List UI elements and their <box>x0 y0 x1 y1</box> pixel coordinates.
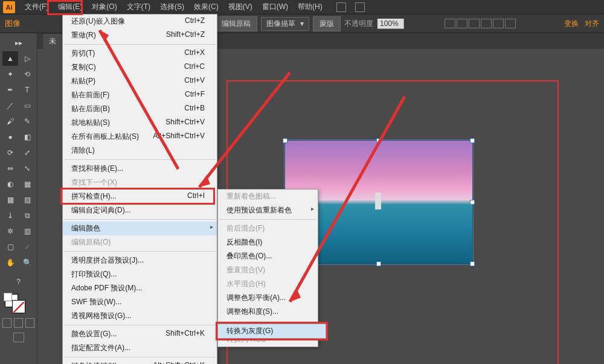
tool-line[interactable]: ／ <box>2 98 18 113</box>
document-tab[interactable]: 未 <box>42 33 63 49</box>
menu-edit[interactable]: 编辑(E) <box>53 0 87 14</box>
selection-handle[interactable] <box>470 138 475 143</box>
menu-type[interactable]: 文字(T) <box>122 0 155 14</box>
tool-eyedropper[interactable]: ⤓ <box>2 208 18 223</box>
tool-hand[interactable]: ✋ <box>2 255 18 270</box>
opacity-input[interactable] <box>377 18 404 29</box>
align-link[interactable]: 对齐 <box>585 19 599 29</box>
edit-menu-item-0[interactable]: 还原(U)嵌入图像Ctrl+Z <box>63 14 217 28</box>
tool-tab-handle[interactable]: ▸▸ <box>11 36 27 50</box>
tool-pen[interactable]: ✒ <box>2 83 18 97</box>
edit-menu-item-24[interactable]: 透视网格预设(G)... <box>63 309 217 323</box>
edit-menu-item-12[interactable]: 查找和替换(E)... <box>63 162 217 176</box>
menu-file[interactable]: 文件(F) <box>20 0 53 14</box>
edit-color-item-8[interactable]: 调整色彩平衡(A)... <box>218 291 318 305</box>
selection-handle[interactable] <box>376 138 381 143</box>
align-hcenter-icon[interactable] <box>457 19 467 28</box>
tool-question[interactable]: ? <box>11 275 27 289</box>
tool-lasso[interactable]: ⟲ <box>19 67 35 81</box>
tool-mesh[interactable]: ▩ <box>2 193 18 207</box>
align-vcenter-icon[interactable] <box>493 19 504 28</box>
align-bottom-icon[interactable] <box>505 19 516 28</box>
selection-handle[interactable] <box>283 138 288 143</box>
edit-menu-item-4[interactable]: 复制(C)Ctrl+C <box>63 60 217 74</box>
edit-menu-item-9[interactable]: 在所有画板上粘贴(S)Alt+Shift+Ctrl+V <box>63 130 217 144</box>
menu-effect[interactable]: 效果(C) <box>189 0 223 14</box>
tool-eraser[interactable]: ◧ <box>19 130 35 144</box>
tool-gradient[interactable]: ▨ <box>19 193 35 207</box>
tool-free-transform[interactable]: ⤡ <box>19 161 35 176</box>
menu-help[interactable]: 帮助(H) <box>293 0 327 14</box>
menu-window[interactable]: 窗口(W) <box>257 0 293 14</box>
edit-color-item-9[interactable]: 调整饱和度(S)... <box>218 305 318 319</box>
edit-menu-dropdown: 还原(U)嵌入图像Ctrl+Z重做(R)Shift+Ctrl+Z剪切(T)Ctr… <box>62 14 217 364</box>
align-top-icon[interactable] <box>481 19 492 28</box>
edit-original-button[interactable]: 编辑原稿 <box>215 16 257 31</box>
tool-grid: ▸▸ ▲ ▷ ✦ ⟲ ✒ T ／ ▭ 🖌 ✎ ● ◧ ⟳ ⤢ ⇔ ⤡ ◐ ▦ ▩… <box>0 33 37 272</box>
edit-menu-item-20[interactable]: 透明度拼合器预设(J)... <box>63 254 217 267</box>
edit-menu-item-27[interactable]: 指定配置文件(A)... <box>63 341 217 355</box>
tool-blob-brush[interactable]: ● <box>2 130 18 144</box>
tool-rotate[interactable]: ⟳ <box>2 145 18 160</box>
menu-view[interactable]: 视图(V) <box>223 0 257 14</box>
transform-link[interactable]: 变换 <box>564 19 579 29</box>
edit-menu-item-26[interactable]: 颜色设置(G)...Shift+Ctrl+K <box>63 327 217 341</box>
tool-rectangle[interactable]: ▭ <box>19 98 35 113</box>
align-right-icon[interactable] <box>469 19 480 28</box>
menuitem-convert-grayscale[interactable]: 转换为灰度(G) <box>218 324 326 338</box>
edit-menu-item-6[interactable]: 贴在前面(F)Ctrl+F <box>63 88 217 102</box>
edit-menu-item-14[interactable]: 拼写检查(H)...Ctrl+I <box>63 190 217 203</box>
edit-menu-item-17[interactable]: 编辑颜色 <box>63 222 217 235</box>
draw-behind-icon[interactable] <box>14 318 23 328</box>
edit-menu-item-5[interactable]: 粘贴(P)Ctrl+V <box>63 74 217 88</box>
tool-perspective[interactable]: ▦ <box>19 177 35 191</box>
tool-artboard[interactable]: ▢ <box>2 240 18 254</box>
menu-select[interactable]: 选择(S) <box>155 0 189 14</box>
color-swatches[interactable] <box>0 292 37 316</box>
tool-blend[interactable]: ⧉ <box>19 208 35 223</box>
tool-type[interactable]: T <box>19 83 35 97</box>
annotation-highlight-grayscale: 转换为灰度(G) <box>216 322 328 340</box>
edit-color-item-5[interactable]: 叠印黑色(O)... <box>218 249 318 263</box>
edit-menu-item-10[interactable]: 清除(L) <box>63 144 217 158</box>
edit-menu-item-29[interactable]: 键盘快捷键(K)...Alt+Shift+Ctrl+K <box>63 359 217 364</box>
tool-width[interactable]: ⇔ <box>2 161 18 176</box>
image-trace-dropdown[interactable]: 图像描草▾ <box>261 17 309 31</box>
tool-paintbrush[interactable]: 🖌 <box>2 114 18 129</box>
edit-color-item-4[interactable]: 反相颜色(I) <box>218 235 318 249</box>
tool-selection[interactable]: ▲ <box>2 51 18 66</box>
arrange-icon[interactable] <box>355 2 365 12</box>
edit-menu-item-22[interactable]: Adobe PDF 预设(M)... <box>63 281 217 295</box>
edit-menu-item-21[interactable]: 打印预设(Q)... <box>63 267 217 281</box>
edit-menu-item-15[interactable]: 编辑自定词典(D)... <box>63 203 217 217</box>
edit-menu-item-7[interactable]: 贴在后面(B)Ctrl+B <box>63 102 217 116</box>
tool-shape-builder[interactable]: ◐ <box>2 177 18 191</box>
tool-graph[interactable]: ▥ <box>19 224 35 238</box>
edit-menu-item-8[interactable]: 就地粘贴(S)Shift+Ctrl+V <box>63 116 217 130</box>
edit-menu-item-23[interactable]: SWF 预设(W)... <box>63 295 217 309</box>
tool-slice[interactable]: ⟋ <box>19 240 35 254</box>
tool-magic-wand[interactable]: ✦ <box>2 67 18 81</box>
tool-direct-selection[interactable]: ▷ <box>19 51 35 66</box>
tool-pencil[interactable]: ✎ <box>19 114 35 129</box>
selection-handle[interactable] <box>376 261 381 266</box>
align-left-icon[interactable] <box>445 19 455 28</box>
stroke-swatch[interactable] <box>12 300 25 313</box>
controlbar-right: 变换 对齐 <box>564 19 599 29</box>
app-icon: Ai <box>3 1 15 13</box>
bridge-icon[interactable] <box>336 2 346 12</box>
draw-inside-icon[interactable] <box>25 318 34 328</box>
tool-zoom[interactable]: 🔍 <box>19 255 35 270</box>
screen-mode-icon[interactable] <box>13 333 24 342</box>
tool-symbol-sprayer[interactable]: ✲ <box>2 224 18 238</box>
edit-color-item-1[interactable]: 使用预设值重新着色 <box>218 203 318 217</box>
selection-handle[interactable] <box>470 261 475 266</box>
edit-color-item-3: 前后混合(F) <box>218 222 318 235</box>
selection-handle[interactable] <box>470 200 475 205</box>
mask-button[interactable]: 蒙版 <box>313 16 341 31</box>
edit-menu-item-3[interactable]: 剪切(T)Ctrl+X <box>63 46 217 60</box>
menu-object[interactable]: 对象(O) <box>87 0 121 14</box>
draw-normal-icon[interactable] <box>2 318 11 328</box>
tool-scale[interactable]: ⤢ <box>19 145 35 160</box>
edit-menu-item-1[interactable]: 重做(R)Shift+Ctrl+Z <box>63 28 217 42</box>
